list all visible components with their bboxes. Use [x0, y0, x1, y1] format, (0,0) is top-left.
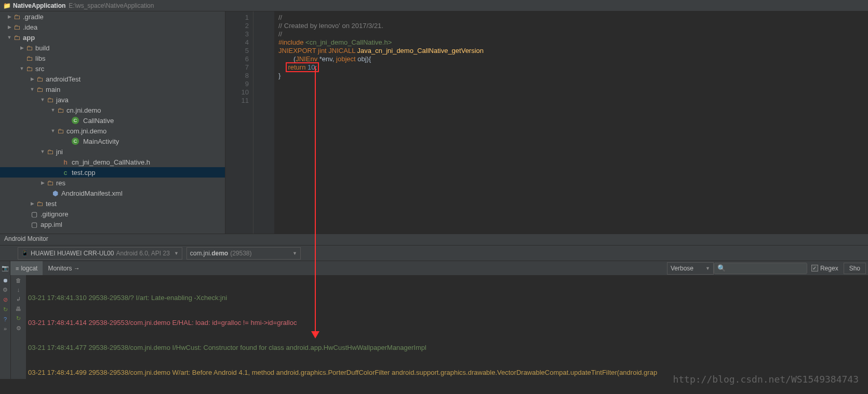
- tree-item-res[interactable]: ▶🗀res: [0, 178, 225, 188]
- device-bar: 📱 HUAWEI HUAWEI CRR-UL00 Android 6.0, AP…: [0, 245, 868, 261]
- tree-item-iml[interactable]: ▢app.iml: [0, 219, 225, 229]
- settings-icon[interactable]: ⚙: [3, 287, 8, 293]
- code-line: }: [278, 72, 868, 80]
- restart-icon[interactable]: ↻: [3, 306, 8, 313]
- folder-icon: 🗀: [12, 23, 21, 31]
- tree-item-main[interactable]: ▼🗀main: [0, 84, 225, 94]
- chevron-down-icon: ▼: [174, 251, 179, 256]
- device-api: Android 6.0, API 23: [116, 250, 169, 257]
- log-toolbar-left: ⏺ ⚙ ⊘ ↻ ? »: [0, 275, 10, 379]
- folder-icon: 🗀: [12, 13, 21, 21]
- more-icon[interactable]: »: [4, 325, 7, 332]
- package-icon: 🗀: [56, 127, 64, 135]
- tree-item-manifest[interactable]: ⬢AndroidManifest.xml: [0, 188, 225, 198]
- print-icon[interactable]: 🖶: [16, 306, 21, 312]
- gear-icon[interactable]: ⚙: [16, 325, 21, 332]
- module-icon: 🗀: [12, 34, 21, 42]
- code-area[interactable]: // // Created by lenovo' on 2017/3/21. /…: [274, 11, 868, 234]
- code-line: //: [278, 13, 868, 22]
- chevron-down-icon: ▼: [705, 266, 710, 271]
- tree-item-java[interactable]: ▼🗀java: [0, 94, 225, 105]
- folder-icon: 🗀: [35, 86, 44, 93]
- log-level-selector[interactable]: Verbose▼: [667, 262, 714, 275]
- gutter-marks: [253, 11, 274, 234]
- code-line: (JNIEnv *env, jobject obj){: [278, 55, 868, 63]
- tab-logcat[interactable]: ≡logcat: [10, 261, 43, 275]
- project-path: E:\ws_space\NativeApplication: [69, 2, 154, 9]
- log-line: 03-21 17:48:41.477 29538-29538/com.jni.d…: [28, 344, 866, 352]
- log-toolbar-right: 🗑 ↓ ↲ 🖶 ↻ ⚙: [10, 275, 26, 379]
- panel-title-android-monitor[interactable]: Android Monitor: [0, 234, 868, 245]
- folder-icon: 🗀: [25, 44, 33, 52]
- project-icon: 📁: [3, 2, 11, 9]
- log-line: 03-21 17:48:41.310 29538-29538/? I/art: …: [28, 294, 866, 302]
- cpp-file-icon: c: [61, 169, 70, 176]
- tree-item-pkg-cn[interactable]: ▼🗀cn.jni.demo: [0, 105, 225, 115]
- help-icon[interactable]: ?: [4, 316, 7, 322]
- tree-item-app[interactable]: ▼🗀app: [0, 32, 225, 43]
- class-icon: C: [72, 117, 79, 124]
- line-gutter: 1234567891011: [225, 11, 253, 234]
- package-icon: 🗀: [56, 106, 64, 114]
- process-name: com.jni.: [190, 250, 211, 257]
- code-line: return 10;: [278, 63, 868, 72]
- xml-file-icon: ⬢: [51, 189, 59, 197]
- watermark: http://blog.csdn.net/WS1549384743: [673, 374, 859, 385]
- folder-icon: 🗀: [35, 200, 44, 208]
- device-name: HUAWEI HUAWEI CRR-UL00: [31, 250, 114, 257]
- checkbox-icon: ✓: [811, 265, 818, 271]
- logcat-bar: 📷 ≡logcat Monitors → Verbose▼ 🔍 ✓Regex S…: [0, 261, 868, 275]
- code-editor[interactable]: 1234567891011 // // Created by lenovo' o…: [225, 11, 868, 234]
- log-lines[interactable]: 03-21 17:48:41.310 29538-29538/? I/art: …: [26, 275, 868, 379]
- tab-monitors[interactable]: Monitors →: [43, 261, 85, 275]
- tree-item-pkg-com[interactable]: ▼🗀com.jni.demo: [0, 126, 225, 136]
- logcat-output[interactable]: ⏺ ⚙ ⊘ ↻ ? » 🗑 ↓ ↲ 🖶 ↻ ⚙ 03-21 17:48:41.3…: [0, 275, 868, 379]
- project-tree[interactable]: ▶🗀.gradle ▶🗀.idea ▼🗀app ▶🗀build 🗀libs ▼🗀…: [0, 11, 225, 234]
- log-icon: ≡: [16, 265, 19, 271]
- scroll-icon[interactable]: ↓: [17, 287, 20, 293]
- tree-item-build[interactable]: ▶🗀build: [0, 43, 225, 53]
- breadcrumb: 📁 NativeApplication E:\ws_space\NativeAp…: [0, 0, 868, 11]
- folder-icon: 🗀: [46, 179, 54, 187]
- h-file-icon: h: [61, 158, 70, 166]
- code-line: // Created by lenovo' on 2017/3/21.: [278, 22, 868, 30]
- chevron-down-icon: ▼: [292, 251, 297, 256]
- tree-item-callnative[interactable]: CCallNative: [0, 115, 225, 126]
- restart-icon[interactable]: ↻: [16, 315, 21, 322]
- folder-icon: 🗀: [25, 55, 33, 62]
- tree-item-test[interactable]: ▶🗀test: [0, 198, 225, 209]
- tree-item-gitignore[interactable]: ▢.gitignore: [0, 209, 225, 219]
- folder-icon: 🗀: [25, 65, 33, 73]
- wrap-icon[interactable]: ↲: [16, 296, 21, 303]
- tree-item-androidtest[interactable]: ▶🗀androidTest: [0, 74, 225, 84]
- code-line: //: [278, 30, 868, 38]
- record-icon[interactable]: ⏺: [3, 277, 8, 283]
- folder-icon: 🗀: [46, 96, 54, 104]
- show-filter-button[interactable]: Sho: [844, 263, 866, 274]
- device-icon: 📱: [21, 250, 29, 256]
- process-selector[interactable]: com.jni.demo (29538) ▼: [186, 247, 301, 260]
- tree-item-testcpp[interactable]: ctest.cpp: [0, 167, 225, 178]
- clear-icon[interactable]: 🗑: [16, 277, 21, 283]
- code-line: JNIEXPORT jint JNICALL Java_cn_jni_demo_…: [278, 47, 868, 55]
- regex-checkbox[interactable]: ✓Regex: [811, 265, 838, 272]
- log-search-input[interactable]: 🔍: [714, 263, 807, 274]
- tree-item-libs[interactable]: 🗀libs: [0, 53, 225, 63]
- screenshot-button[interactable]: 📷: [0, 261, 10, 275]
- file-icon: ▢: [30, 210, 38, 218]
- code-line: #include <cn_jni_demo_CallNative.h>: [278, 38, 868, 47]
- annotation-arrow: [315, 66, 316, 335]
- tree-item-jni[interactable]: ▼🗀jni: [0, 146, 225, 157]
- tree-item-header[interactable]: hcn_jni_demo_CallNative.h: [0, 157, 225, 167]
- file-icon: ▢: [30, 221, 38, 228]
- camera-icon: 📷: [2, 265, 9, 271]
- tree-item-idea[interactable]: ▶🗀.idea: [0, 22, 225, 32]
- search-icon: 🔍: [717, 264, 726, 272]
- log-line: 03-21 17:48:41.414 29538-29553/com.jni.d…: [28, 319, 866, 327]
- tree-item-gradle[interactable]: ▶🗀.gradle: [0, 11, 225, 22]
- tree-item-mainactivity[interactable]: CMainActivity: [0, 136, 225, 146]
- device-selector[interactable]: 📱 HUAWEI HUAWEI CRR-UL00 Android 6.0, AP…: [18, 247, 182, 260]
- tree-item-src[interactable]: ▼🗀src: [0, 63, 225, 74]
- class-icon: C: [72, 138, 79, 145]
- stop-icon[interactable]: ⊘: [3, 296, 8, 303]
